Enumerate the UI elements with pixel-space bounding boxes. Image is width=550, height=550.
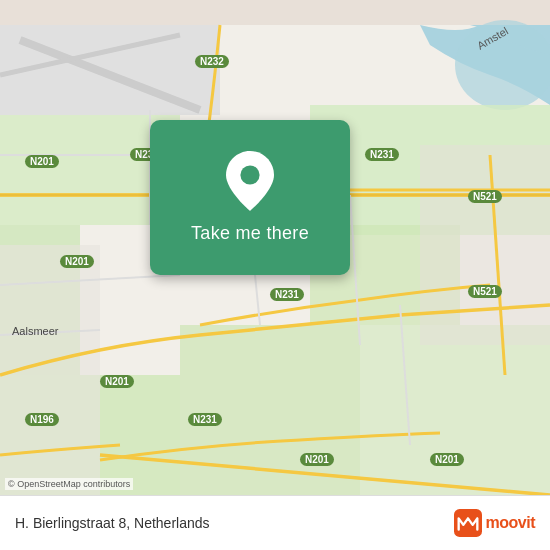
info-bar: H. Bierlingstraat 8, Netherlands moovit [0, 495, 550, 550]
road-label-n231-mid: N231 [270, 288, 304, 301]
moovit-logo: moovit [454, 509, 535, 537]
cta-label: Take me there [191, 223, 309, 244]
svg-text:Aalsmeer: Aalsmeer [12, 325, 59, 337]
svg-rect-13 [420, 145, 550, 345]
map-svg: Amstel Aalsmeer [0, 0, 550, 550]
take-me-there-button[interactable]: Take me there [150, 120, 350, 275]
road-label-n521-bot: N521 [468, 285, 502, 298]
address-text: H. Bierlingstraat 8, Netherlands [15, 515, 210, 531]
location-pin-icon [225, 151, 275, 211]
moovit-brand-text: moovit [486, 514, 535, 532]
road-label-n521-top: N521 [468, 190, 502, 203]
road-label-n201-botmid: N201 [300, 453, 334, 466]
map-container: Amstel Aalsmeer N232 N201 N232 N231 N521… [0, 0, 550, 550]
moovit-logo-icon [454, 509, 482, 537]
road-label-n231-right: N231 [365, 148, 399, 161]
road-label-n196: N196 [25, 413, 59, 426]
osm-attribution: © OpenStreetMap contributors [5, 478, 133, 490]
road-label-n201-low: N201 [100, 375, 134, 388]
road-label-n232-top: N232 [195, 55, 229, 68]
road-label-n201-botright: N201 [430, 453, 464, 466]
road-label-n201-mid: N201 [60, 255, 94, 268]
road-label-n201-top: N201 [25, 155, 59, 168]
svg-point-28 [240, 165, 259, 184]
road-label-n231-low: N231 [188, 413, 222, 426]
